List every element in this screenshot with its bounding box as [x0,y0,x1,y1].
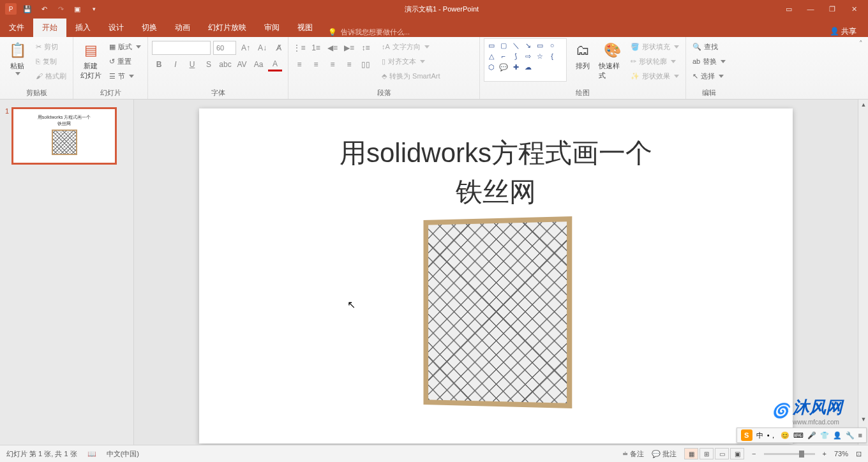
shape-elbow-icon[interactable]: ⌐ [498,52,509,61]
ime-mic-icon[interactable]: 🎤 [807,431,816,440]
undo-icon[interactable]: ↶ [38,3,50,15]
quick-styles-button[interactable]: 🎨快速样式 [599,38,625,80]
arrange-button[interactable]: 🗂排列 [569,38,596,71]
underline-button[interactable]: U [185,57,199,71]
zoom-thumb[interactable] [799,451,804,458]
tab-transitions[interactable]: 切换 [133,19,166,37]
status-language[interactable]: 中文(中国) [107,449,139,459]
strikethrough-button[interactable]: S [202,57,216,71]
new-slide-button[interactable]: ▤ 新建 幻灯片 [77,38,104,80]
shape-arrow-icon[interactable]: ↘ [523,41,533,50]
char-spacing-button[interactable]: AV [235,57,249,71]
shape-circle-icon[interactable]: ○ [547,41,557,50]
line-spacing-icon[interactable]: ↕≡ [359,41,373,55]
notes-button[interactable]: ≐ 备注 [622,449,644,459]
slide-canvas[interactable]: 用solidworks方程式画一个 铁丝网 [199,108,793,443]
shape-fill-button[interactable]: 🪣形状填充 [628,40,682,54]
shape-brace-icon[interactable]: { [547,52,557,61]
tab-insert[interactable]: 插入 [66,19,100,37]
shadow-button[interactable]: abc [218,57,232,71]
shape-arrow2-icon[interactable]: ⇨ [523,52,533,61]
tab-animations[interactable]: 动画 [166,19,199,37]
bullets-button[interactable]: ⋮≡ [292,41,306,55]
close-icon[interactable]: ✕ [849,5,859,13]
italic-button[interactable]: I [168,57,183,71]
font-family-combo[interactable] [152,41,211,55]
shape-rect-icon[interactable]: ▭ [486,41,497,50]
start-from-beginning-icon[interactable]: ▣ [71,3,83,15]
bold-button[interactable]: B [152,57,166,71]
maximize-icon[interactable]: ❐ [827,5,837,13]
reading-view-icon[interactable]: ▭ [715,448,729,459]
ribbon-options-icon[interactable]: ▭ [784,5,794,13]
tell-me-search[interactable]: 💡告诉我您想要做什么... [322,27,410,37]
format-painter-button[interactable]: 🖌格式刷 [33,69,69,83]
shape-rect3-icon[interactable]: ▭ [535,41,545,50]
tab-home[interactable]: 开始 [33,19,66,37]
clear-formatting-icon[interactable]: A̸ [272,41,286,55]
tab-slideshow[interactable]: 幻灯片放映 [199,19,255,37]
shape-plus-icon[interactable]: ✚ [511,63,521,71]
shape-line-icon[interactable]: ＼ [511,41,521,50]
ime-skin-icon[interactable]: 👕 [820,431,829,440]
numbering-button[interactable]: 1≡ [309,41,323,55]
layout-button[interactable]: ▦版式 [107,40,144,54]
text-direction-button[interactable]: ↕A文字方向 [379,40,442,54]
font-size-combo[interactable]: 60 [213,41,236,55]
ime-tool-icon[interactable]: 🔧 [846,431,855,440]
redo-icon[interactable]: ↷ [55,3,66,15]
share-button[interactable]: 👤 共享 [830,26,868,37]
normal-view-icon[interactable]: ▦ [684,448,698,459]
scroll-down-icon[interactable]: ▼ [858,414,868,424]
ime-logo-icon[interactable]: S [741,429,752,441]
fit-window-icon[interactable]: ⊡ [856,450,862,458]
replace-button[interactable]: ab替换 [690,54,728,68]
change-case-button[interactable]: Aa [251,57,266,71]
columns-icon[interactable]: ▯▯ [359,57,373,71]
ime-emoji-icon[interactable]: 😊 [781,431,789,440]
ime-mode[interactable]: 中 [756,431,763,440]
ime-keyboard-icon[interactable]: ⌨ [793,431,804,440]
shape-callout-icon[interactable]: 💬 [498,63,509,71]
shape-star-icon[interactable]: ☆ [535,52,545,61]
shape-hexagon-icon[interactable]: ⬡ [486,63,497,71]
spellcheck-icon[interactable]: 📖 [87,450,96,458]
tab-file[interactable]: 文件 [0,19,33,37]
zoom-out-icon[interactable]: − [752,450,756,458]
shape-curve-icon[interactable]: ⟆ [511,52,521,61]
section-button[interactable]: ☰节 [107,69,144,83]
copy-button[interactable]: ⎘复制 [33,54,69,68]
paste-button[interactable]: 📋 粘贴 [4,38,31,75]
zoom-in-icon[interactable]: + [823,450,827,458]
slideshow-view-icon[interactable]: ▣ [730,448,744,459]
shape-outline-button[interactable]: ✏形状轮廓 [628,54,682,68]
qat-customize-icon[interactable]: ▾ [88,3,100,15]
tab-view[interactable]: 视图 [288,19,322,37]
ime-person-icon[interactable]: 👤 [833,431,842,440]
save-icon[interactable]: 💾 [22,3,33,15]
minimize-icon[interactable]: — [805,5,816,13]
align-text-button[interactable]: ▯对齐文本 [379,54,442,68]
increase-indent-icon[interactable]: ▶≡ [342,41,356,55]
collapse-ribbon-icon[interactable]: ˄ [854,37,868,99]
vertical-scrollbar[interactable]: ▲ ▼ ⏶ ⏷ [858,100,868,445]
zoom-slider[interactable] [764,453,815,455]
shape-rect2-icon[interactable]: ▢ [498,41,509,50]
tab-review[interactable]: 审阅 [255,19,288,37]
cut-button[interactable]: ✂剪切 [33,40,69,54]
shape-effects-button[interactable]: ✨形状效果 [628,69,682,83]
zoom-level[interactable]: 73% [834,450,848,458]
decrease-indent-icon[interactable]: ◀≡ [326,41,340,55]
align-left-icon[interactable]: ≡ [292,57,306,71]
font-color-button[interactable]: A [268,57,282,71]
slide-title[interactable]: 用solidworks方程式画一个 铁丝网 [340,134,652,212]
shape-triangle-icon[interactable]: △ [486,52,497,61]
tab-design[interactable]: 设计 [100,19,133,37]
slide-image-mesh[interactable] [423,216,572,408]
shape-cloud-icon[interactable]: ☁ [523,63,533,71]
decrease-font-icon[interactable]: A↓ [255,41,269,55]
ime-menu-icon[interactable]: ≡ [858,431,862,439]
find-button[interactable]: 🔍查找 [690,40,728,54]
increase-font-icon[interactable]: A↑ [239,41,253,55]
justify-icon[interactable]: ≡ [342,57,356,71]
